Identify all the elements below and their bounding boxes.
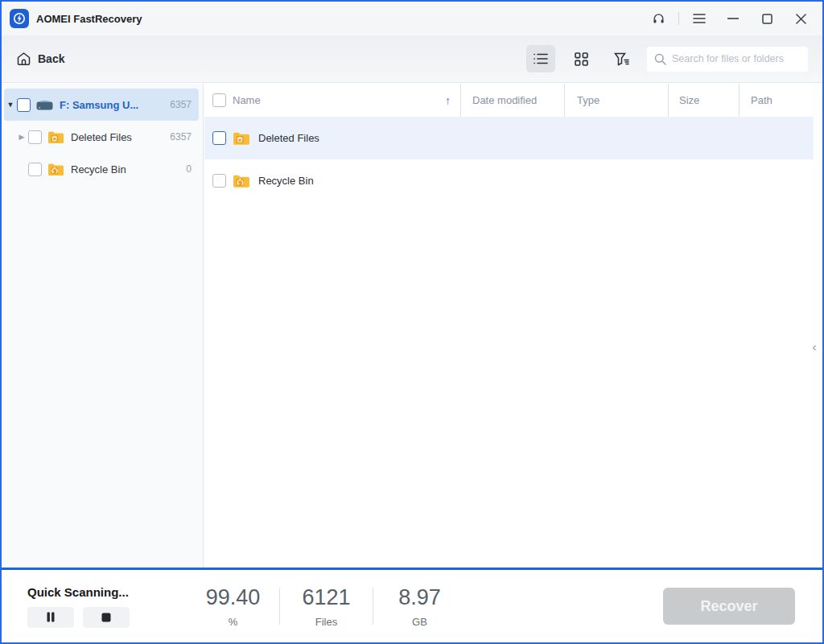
column-type-label: Type	[577, 94, 599, 106]
select-all-checkbox[interactable]	[212, 93, 226, 107]
support-headset-icon[interactable]	[645, 6, 672, 31]
column-path-label: Path	[751, 94, 772, 106]
grid-view-button[interactable]	[566, 45, 595, 72]
row-label: Recycle Bin	[258, 175, 314, 187]
column-size-label: Size	[679, 94, 699, 106]
minimize-button[interactable]	[719, 6, 747, 31]
size-value: 8.97	[373, 585, 466, 610]
close-button[interactable]	[787, 6, 814, 31]
recover-button[interactable]: Recover	[663, 588, 795, 625]
stat-size: 8.97 GB	[373, 585, 466, 628]
column-size[interactable]: Size	[668, 84, 739, 117]
column-type[interactable]: Type	[564, 84, 668, 117]
footer-bar: Quick Scanning... 99.40 % 61	[2, 568, 822, 642]
deleted-files-count: 6357	[170, 131, 192, 142]
titlebar-divider	[678, 12, 679, 25]
app-logo-icon	[10, 9, 29, 28]
drive-checkbox[interactable]	[17, 98, 31, 112]
column-path[interactable]: Path	[739, 84, 822, 117]
column-date-modified[interactable]: Date modified	[460, 84, 564, 117]
drive-label: F: Samsung U...	[60, 99, 138, 111]
folder-recycle-icon	[47, 163, 64, 176]
filter-button[interactable]	[607, 45, 636, 72]
title-bar: AOMEI FastRecovery	[2, 2, 822, 35]
home-icon	[16, 52, 31, 66]
folder-trash-icon	[47, 130, 64, 144]
recycle-bin-label: Recycle Bin	[71, 163, 126, 175]
recycle-bin-checkbox[interactable]	[28, 163, 42, 176]
scan-status-text: Quick Scanning...	[27, 585, 156, 599]
sort-ascending-icon[interactable]: ↑	[445, 94, 451, 107]
stat-percent: 99.40 %	[187, 585, 279, 628]
search-box	[647, 47, 808, 72]
row-checkbox[interactable]	[212, 131, 226, 145]
scan-stats: 99.40 % 6121 Files 8.97 GB	[187, 585, 466, 628]
files-value: 6121	[280, 585, 373, 610]
table-row-recycle-bin[interactable]: Recycle Bin	[204, 159, 814, 202]
drive-count: 6357	[170, 99, 192, 110]
search-input[interactable]	[672, 53, 801, 64]
deleted-files-checkbox[interactable]	[28, 130, 42, 144]
percent-label: %	[187, 616, 279, 628]
size-label: GB	[373, 616, 466, 628]
row-label: Deleted Files	[258, 132, 319, 144]
sidebar: ▼ F: Samsung U... 6357 ▶	[2, 84, 204, 571]
back-button[interactable]: Back	[16, 52, 64, 66]
stat-files: 6121 Files	[280, 585, 373, 628]
column-name[interactable]: Name ↑	[204, 84, 460, 117]
menu-button[interactable]	[686, 6, 713, 31]
search-icon	[654, 53, 666, 65]
folder-recycle-icon	[233, 174, 250, 188]
list-view-button[interactable]	[526, 45, 555, 72]
app-title: AOMEI FastRecovery	[36, 13, 142, 25]
app-window: AOMEI FastRecovery	[0, 0, 824, 644]
column-date-label: Date modified	[472, 94, 537, 106]
row-checkbox[interactable]	[212, 174, 226, 188]
drive-icon	[36, 99, 53, 110]
column-name-label: Name	[233, 94, 261, 106]
deleted-files-label: Deleted Files	[71, 131, 132, 143]
collapse-panel-chevron-icon[interactable]: ‹	[809, 338, 820, 354]
sidebar-item-drive[interactable]: ▼ F: Samsung U... 6357	[4, 89, 199, 121]
pause-button[interactable]	[27, 607, 74, 628]
files-label: Files	[280, 616, 373, 628]
stop-button[interactable]	[83, 607, 130, 628]
maximize-button[interactable]	[753, 6, 781, 31]
folder-trash-icon	[233, 131, 250, 146]
percent-value: 99.40	[187, 585, 279, 610]
recycle-bin-count: 0	[186, 163, 192, 175]
file-table: Name ↑ Date modified Type Size Path	[204, 84, 822, 571]
toolbar: Back	[2, 35, 822, 83]
chevron-down-icon[interactable]: ▼	[4, 101, 17, 109]
sidebar-item-deleted-files[interactable]: ▶	[4, 121, 199, 153]
sidebar-item-recycle-bin[interactable]: Recycle Bin 0	[4, 153, 199, 185]
back-label: Back	[38, 52, 64, 65]
table-header: Name ↑ Date modified Type Size Path	[204, 84, 822, 117]
table-row-deleted-files[interactable]: Deleted Files	[204, 117, 814, 159]
content-area: ▼ F: Samsung U... 6357 ▶	[2, 84, 822, 571]
chevron-right-icon[interactable]: ▶	[15, 133, 28, 141]
